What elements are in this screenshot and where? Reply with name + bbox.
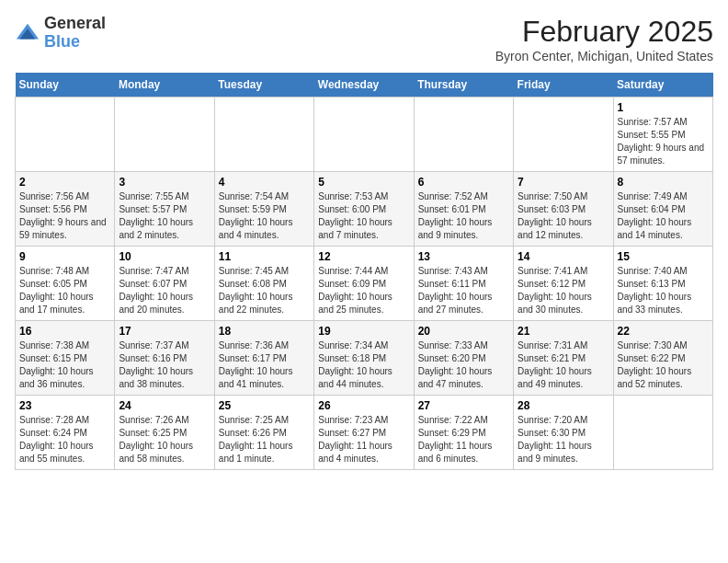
calendar-cell (514, 98, 613, 172)
calendar-cell: 18Sunrise: 7:36 AM Sunset: 6:17 PM Dayli… (214, 321, 313, 396)
calendar-cell: 20Sunrise: 7:33 AM Sunset: 6:20 PM Dayli… (414, 321, 513, 396)
day-info: Sunrise: 7:50 AM Sunset: 6:03 PM Dayligh… (518, 190, 609, 242)
day-number: 8 (618, 176, 709, 189)
day-number: 1 (618, 101, 709, 114)
calendar-cell: 3Sunrise: 7:55 AM Sunset: 5:57 PM Daylig… (115, 172, 214, 247)
day-number: 16 (19, 325, 110, 338)
day-info: Sunrise: 7:26 AM Sunset: 6:25 PM Dayligh… (119, 414, 210, 465)
calendar-cell: 19Sunrise: 7:34 AM Sunset: 6:18 PM Dayli… (314, 321, 414, 396)
calendar-cell: 27Sunrise: 7:22 AM Sunset: 6:29 PM Dayli… (414, 396, 513, 470)
calendar-cell (16, 98, 115, 172)
calendar-cell: 11Sunrise: 7:45 AM Sunset: 6:08 PM Dayli… (214, 247, 313, 321)
day-info: Sunrise: 7:48 AM Sunset: 6:05 PM Dayligh… (19, 265, 110, 316)
week-row-1: 1Sunrise: 7:57 AM Sunset: 5:55 PM Daylig… (16, 98, 713, 172)
day-number: 6 (418, 176, 509, 189)
day-info: Sunrise: 7:31 AM Sunset: 6:21 PM Dayligh… (518, 339, 609, 391)
logo-general-text: General (44, 14, 106, 32)
day-number: 9 (19, 250, 110, 263)
day-number: 14 (518, 250, 609, 263)
day-info: Sunrise: 7:30 AM Sunset: 6:22 PM Dayligh… (618, 339, 709, 391)
calendar-cell: 2Sunrise: 7:56 AM Sunset: 5:56 PM Daylig… (16, 172, 115, 247)
day-info: Sunrise: 7:25 AM Sunset: 6:26 PM Dayligh… (219, 414, 310, 465)
day-number: 20 (418, 325, 509, 338)
logo-icon (15, 20, 40, 46)
page-header: General Blue February 2025 Byron Center,… (15, 15, 713, 63)
weekday-header-wednesday: Wednesday (314, 73, 414, 98)
logo-blue-text: Blue (44, 32, 80, 51)
calendar-cell: 23Sunrise: 7:28 AM Sunset: 6:24 PM Dayli… (16, 396, 115, 470)
day-info: Sunrise: 7:28 AM Sunset: 6:24 PM Dayligh… (19, 414, 110, 465)
day-info: Sunrise: 7:45 AM Sunset: 6:08 PM Dayligh… (219, 265, 310, 316)
calendar-cell: 15Sunrise: 7:40 AM Sunset: 6:13 PM Dayli… (613, 247, 712, 321)
day-info: Sunrise: 7:20 AM Sunset: 6:30 PM Dayligh… (518, 414, 609, 465)
calendar-cell (414, 98, 513, 172)
weekday-header-tuesday: Tuesday (214, 73, 313, 98)
day-info: Sunrise: 7:49 AM Sunset: 6:04 PM Dayligh… (618, 190, 709, 242)
day-info: Sunrise: 7:41 AM Sunset: 6:12 PM Dayligh… (518, 265, 609, 316)
calendar-cell: 26Sunrise: 7:23 AM Sunset: 6:27 PM Dayli… (314, 396, 414, 470)
day-info: Sunrise: 7:40 AM Sunset: 6:13 PM Dayligh… (618, 265, 709, 316)
day-number: 21 (518, 325, 609, 338)
day-number: 25 (219, 399, 310, 412)
day-number: 7 (518, 176, 609, 189)
calendar-cell: 17Sunrise: 7:37 AM Sunset: 6:16 PM Dayli… (115, 321, 214, 396)
calendar-cell: 9Sunrise: 7:48 AM Sunset: 6:05 PM Daylig… (16, 247, 115, 321)
day-number: 27 (418, 399, 509, 412)
day-info: Sunrise: 7:34 AM Sunset: 6:18 PM Dayligh… (318, 339, 409, 391)
day-number: 18 (219, 325, 310, 338)
calendar-cell: 24Sunrise: 7:26 AM Sunset: 6:25 PM Dayli… (115, 396, 214, 470)
day-info: Sunrise: 7:23 AM Sunset: 6:27 PM Dayligh… (318, 414, 409, 465)
week-row-2: 2Sunrise: 7:56 AM Sunset: 5:56 PM Daylig… (16, 172, 713, 247)
day-info: Sunrise: 7:53 AM Sunset: 6:00 PM Dayligh… (318, 190, 409, 242)
day-number: 12 (318, 250, 409, 263)
day-info: Sunrise: 7:33 AM Sunset: 6:20 PM Dayligh… (418, 339, 509, 391)
weekday-header-friday: Friday (514, 73, 613, 98)
day-info: Sunrise: 7:54 AM Sunset: 5:59 PM Dayligh… (219, 190, 310, 242)
calendar-cell: 16Sunrise: 7:38 AM Sunset: 6:15 PM Dayli… (16, 321, 115, 396)
day-info: Sunrise: 7:22 AM Sunset: 6:29 PM Dayligh… (418, 414, 509, 465)
calendar-cell: 25Sunrise: 7:25 AM Sunset: 6:26 PM Dayli… (214, 396, 313, 470)
calendar-table: SundayMondayTuesdayWednesdayThursdayFrid… (15, 73, 713, 470)
calendar-cell: 1Sunrise: 7:57 AM Sunset: 5:55 PM Daylig… (613, 98, 712, 172)
day-number: 23 (19, 399, 110, 412)
day-info: Sunrise: 7:38 AM Sunset: 6:15 PM Dayligh… (19, 339, 110, 391)
day-number: 28 (518, 399, 609, 412)
day-info: Sunrise: 7:57 AM Sunset: 5:55 PM Dayligh… (618, 116, 709, 167)
day-info: Sunrise: 7:47 AM Sunset: 6:07 PM Dayligh… (119, 265, 210, 316)
day-number: 22 (618, 325, 709, 338)
day-number: 24 (119, 399, 210, 412)
calendar-cell: 22Sunrise: 7:30 AM Sunset: 6:22 PM Dayli… (613, 321, 712, 396)
calendar-cell: 6Sunrise: 7:52 AM Sunset: 6:01 PM Daylig… (414, 172, 513, 247)
day-info: Sunrise: 7:56 AM Sunset: 5:56 PM Dayligh… (19, 190, 110, 242)
calendar-cell: 8Sunrise: 7:49 AM Sunset: 6:04 PM Daylig… (613, 172, 712, 247)
calendar-cell: 10Sunrise: 7:47 AM Sunset: 6:07 PM Dayli… (115, 247, 214, 321)
calendar-cell: 4Sunrise: 7:54 AM Sunset: 5:59 PM Daylig… (214, 172, 313, 247)
weekday-header-monday: Monday (115, 73, 214, 98)
month-year-title: February 2025 (495, 15, 713, 49)
location-subtitle: Byron Center, Michigan, United States (495, 49, 713, 63)
calendar-cell: 28Sunrise: 7:20 AM Sunset: 6:30 PM Dayli… (514, 396, 613, 470)
day-number: 13 (418, 250, 509, 263)
day-number: 2 (19, 176, 110, 189)
week-row-5: 23Sunrise: 7:28 AM Sunset: 6:24 PM Dayli… (16, 396, 713, 470)
weekday-header-row: SundayMondayTuesdayWednesdayThursdayFrid… (16, 73, 713, 98)
calendar-cell: 13Sunrise: 7:43 AM Sunset: 6:11 PM Dayli… (414, 247, 513, 321)
calendar-cell: 5Sunrise: 7:53 AM Sunset: 6:00 PM Daylig… (314, 172, 414, 247)
week-row-4: 16Sunrise: 7:38 AM Sunset: 6:15 PM Dayli… (16, 321, 713, 396)
day-number: 11 (219, 250, 310, 263)
weekday-header-thursday: Thursday (414, 73, 513, 98)
weekday-header-sunday: Sunday (16, 73, 115, 98)
calendar-cell: 21Sunrise: 7:31 AM Sunset: 6:21 PM Dayli… (514, 321, 613, 396)
day-number: 10 (119, 250, 210, 263)
day-info: Sunrise: 7:52 AM Sunset: 6:01 PM Dayligh… (418, 190, 509, 242)
calendar-cell: 7Sunrise: 7:50 AM Sunset: 6:03 PM Daylig… (514, 172, 613, 247)
weekday-header-saturday: Saturday (613, 73, 712, 98)
day-number: 4 (219, 176, 310, 189)
day-number: 3 (119, 176, 210, 189)
day-info: Sunrise: 7:43 AM Sunset: 6:11 PM Dayligh… (418, 265, 509, 316)
title-block: February 2025 Byron Center, Michigan, Un… (495, 15, 713, 63)
day-info: Sunrise: 7:44 AM Sunset: 6:09 PM Dayligh… (318, 265, 409, 316)
day-info: Sunrise: 7:55 AM Sunset: 5:57 PM Dayligh… (119, 190, 210, 242)
calendar-cell (115, 98, 214, 172)
calendar-cell: 12Sunrise: 7:44 AM Sunset: 6:09 PM Dayli… (314, 247, 414, 321)
